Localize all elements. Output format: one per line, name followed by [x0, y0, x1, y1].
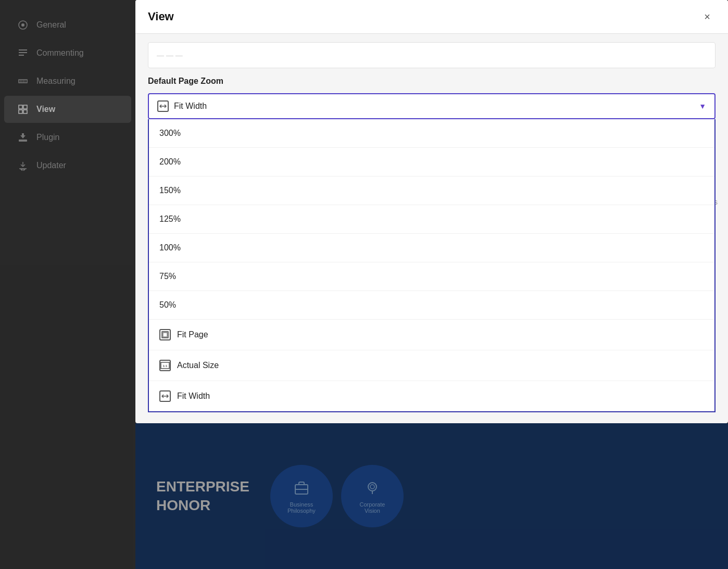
option-50-label: 50%: [159, 300, 176, 310]
truncated-content: — — —: [148, 42, 716, 68]
modal-close-button[interactable]: ×: [699, 8, 716, 25]
modal-title: View: [148, 10, 174, 23]
option-125-label: 125%: [159, 214, 181, 224]
dropdown-option-300[interactable]: 300%: [149, 119, 714, 148]
dropdown-option-150[interactable]: 150%: [149, 176, 714, 205]
option-fit-width-label: Fit Width: [177, 391, 210, 401]
zoom-dropdown-selected-label: Fit Width: [174, 102, 207, 111]
dropdown-option-fit-width[interactable]: Fit Width: [149, 381, 714, 411]
dropdown-option-actual-size[interactable]: 1:1 Actual Size: [149, 350, 714, 381]
dropdown-option-100[interactable]: 100%: [149, 234, 714, 262]
dropdown-option-75[interactable]: 75%: [149, 262, 714, 291]
option-actual-size-label: Actual Size: [177, 361, 219, 370]
option-100-label: 100%: [159, 243, 181, 252]
option-75-label: 75%: [159, 272, 176, 281]
dropdown-option-fit-page[interactable]: Fit Page: [149, 320, 714, 350]
fit-width-trigger-icon: [157, 100, 169, 112]
dropdown-arrow-icon: ▼: [699, 102, 706, 110]
option-150-label: 150%: [159, 186, 181, 195]
section-label-zoom: Default Page Zoom: [148, 77, 716, 86]
modal-dialog: View × — — — Default Page Zoom Fit Width…: [135, 0, 728, 423]
truncated-text: — — —: [157, 51, 183, 59]
svg-text:1:1: 1:1: [163, 364, 168, 368]
fit-page-icon: [159, 329, 171, 340]
dropdown-option-50[interactable]: 50%: [149, 291, 714, 320]
dropdown-option-125[interactable]: 125%: [149, 205, 714, 234]
fit-width-list-icon: [159, 390, 171, 402]
option-300-label: 300%: [159, 129, 181, 138]
dropdown-option-200[interactable]: 200%: [149, 148, 714, 176]
zoom-dropdown-list[interactable]: 300% 200% 150% 125% 100%: [148, 119, 716, 412]
modal-body: — — — Default Page Zoom Fit Width ▼ 300%: [135, 34, 728, 423]
zoom-dropdown-trigger[interactable]: Fit Width ▼: [148, 93, 716, 119]
modal-header: View ×: [135, 0, 728, 34]
zoom-dropdown-container: Fit Width ▼ 300% 200% 150%: [148, 93, 716, 119]
svg-rect-22: [163, 333, 167, 337]
svg-rect-21: [162, 332, 168, 338]
actual-size-icon: 1:1: [159, 360, 171, 371]
option-fit-page-label: Fit Page: [177, 330, 208, 339]
option-200-label: 200%: [159, 157, 181, 167]
